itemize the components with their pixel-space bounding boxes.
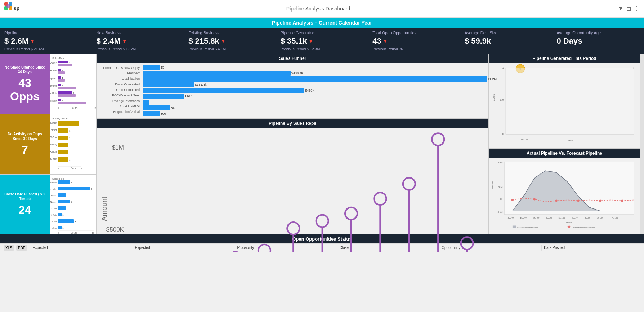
pipeline-gen-chart: 1 0.5 0 Count Month Jan-22 1 1 [489,63,640,147]
funnel-bar-label-3: $151.4k [194,82,206,87]
funnel-bar-3 [143,82,194,87]
scrollbar[interactable] [640,54,644,234]
sales-funnel-section: Sales Funnel Former Deals Now OpptyProsp… [97,54,488,119]
svg-text:Jun-22: Jun-22 [572,217,578,219]
svg-text:1: 1 [62,84,63,87]
kpi-card-0: Pipeline $ 2.6M ▼ Previous Period $ 21.4… [0,28,92,54]
svg-text:0: 0 [58,107,59,109]
svg-point-154 [511,199,514,201]
svg-text:B. Nelson: B. Nelson [50,201,57,203]
svg-text:$-1M: $-1M [498,210,503,213]
funnel-label-0: Former Deals Now Oppty [98,66,140,70]
svg-text:4: 4 [73,92,74,94]
svg-text:Amount: Amount [491,181,494,189]
filter-icon[interactable]: ▼ [618,5,623,12]
pipeline-gen-section: Pipeline Generated This Period 1 0.5 0 C… [489,54,640,149]
funnel-bars: $5$430.4K$1.2M$151.4k$469K120.184.300 [143,65,487,115]
svg-text:K.Ruiz: K.Ruiz [50,150,57,153]
svg-text:K. Ruiz: K. Ruiz [50,214,57,216]
kpi-arrow-4: ▼ [383,38,388,44]
actual-vs-forecast-chart: $2M $1M $0 $-1M Amount [489,158,640,233]
funnel-bar-label-2: $1.2M [487,76,497,82]
funnel-bar-label-4: $469K [304,88,314,93]
svg-text:1: 1 [62,100,63,102]
alert-no-activity: No Activity on Opps Since 30 Days 7 Acti… [0,114,96,175]
svg-text:Month: Month [566,139,573,142]
svg-rect-8 [58,61,68,63]
svg-text:Count: Count [492,94,495,101]
svg-rect-53 [58,157,68,162]
svg-rect-83 [58,226,62,229]
svg-text:1: 1 [62,69,63,71]
funnel-bar-label-0: $5 [160,65,164,70]
svg-rect-80 [58,219,74,223]
svg-text:B. Hahn: B. Hahn [50,188,57,190]
svg-rect-74 [58,206,66,210]
funnel-bar-0 [143,65,160,70]
svg-rect-50 [58,150,68,154]
svg-text:1: 1 [62,227,64,229]
svg-rect-28 [58,99,61,101]
svg-text:Feb-22: Feb-22 [520,217,527,219]
svg-text:$0: $0 [500,198,503,200]
funnel-bar-8 [143,111,160,116]
svg-text:0.5: 0.5 [500,99,504,102]
funnel-bar-row-4: $469K [143,88,487,93]
svg-text:1: 1 [69,159,71,161]
svg-text:Jul-22: Jul-22 [585,217,590,219]
svg-rect-29 [58,102,86,104]
svg-text:2: 2 [67,207,68,210]
kpi-card-4: Total Open Opportunities 43 ▼ Previous P… [368,28,460,54]
funnel-chart-area: Former Deals Now OpptyProspectQualificat… [97,63,488,117]
kpi-card-1: New Business $ 2.4M ▼ Previous Period $ … [92,28,184,54]
menu-icon[interactable]: ⋮ [634,5,640,12]
logo: splashBI [4,2,19,15]
pipeline-gen-header: Pipeline Generated This Period [489,54,640,63]
svg-point-106 [229,252,242,252]
svg-text:Jan-22: Jan-22 [520,138,528,141]
pdf-button[interactable]: PDF [16,245,27,251]
actual-vs-forecast-section: Actual Pipeline Vs. Forecast Pipeline $2… [489,149,640,235]
svg-text:Oct-22: Oct-22 [597,217,603,219]
funnel-bar-row-3: $151.4k [143,82,487,87]
svg-text:Dec-22: Dec-22 [612,217,618,219]
funnel-label-8: Negotiation/Verbal [98,110,140,114]
svg-text:Noah Hobbs: Noah Hobbs [50,69,57,72]
svg-point-130 [461,237,473,249]
funnel-bar-row-8: 300 [143,111,487,116]
svg-point-118 [345,207,357,220]
svg-rect-77 [58,213,62,216]
funnel-label-5: POC/Contract Sent [98,93,140,97]
xlsx-button[interactable]: XLS [4,245,14,251]
svg-text:M.Frost: M.Frost [50,158,57,160]
svg-text:C. Carr: C. Carr [50,207,57,210]
sales-funnel-header: Sales Funnel [97,54,488,63]
svg-text:N. Hobbs: N. Hobbs [50,227,57,229]
svg-text:$2M: $2M [498,161,503,163]
right-panel: Pipeline Generated This Period 1 0.5 0 C… [488,54,640,234]
svg-text:Count: Count [71,167,77,170]
funnel-bar-label-7: 84. [170,105,175,110]
left-panel: No Stage Change Since 30 Days 43 Opps Sa… [0,54,97,234]
svg-text:J.West: J.West [50,122,57,124]
pipeline-by-rep-section: Pipeline By Sales Reps $0 $500K $1M Amou… [97,119,488,252]
svg-rect-71 [58,200,70,203]
svg-rect-65 [58,187,90,190]
svg-text:Month: Month [566,221,572,224]
svg-text:Sales Rep: Sales Rep [52,177,64,180]
no-activity-chart: Activity Owner J.West 2 K.Farmer 1 C.Car… [50,114,96,174]
funnel-label-4: Demo Completed [98,88,140,92]
svg-text:Konnor Ruiz: Konnor Ruiz [50,92,57,95]
svg-text:10: 10 [94,107,96,109]
svg-text:1: 1 [62,77,63,79]
svg-rect-41 [58,128,68,133]
svg-point-115 [316,215,328,227]
expand-icon[interactable]: ⊞ [626,5,631,12]
svg-text:Brian Austin: Brian Austin [50,62,57,64]
svg-rect-144 [506,68,634,134]
svg-text:0: 0 [58,167,59,170]
svg-rect-38 [58,121,79,126]
funnel-label-2: Qualification [98,77,140,80]
svg-rect-68 [58,193,66,197]
svg-text:$1M: $1M [498,185,503,188]
